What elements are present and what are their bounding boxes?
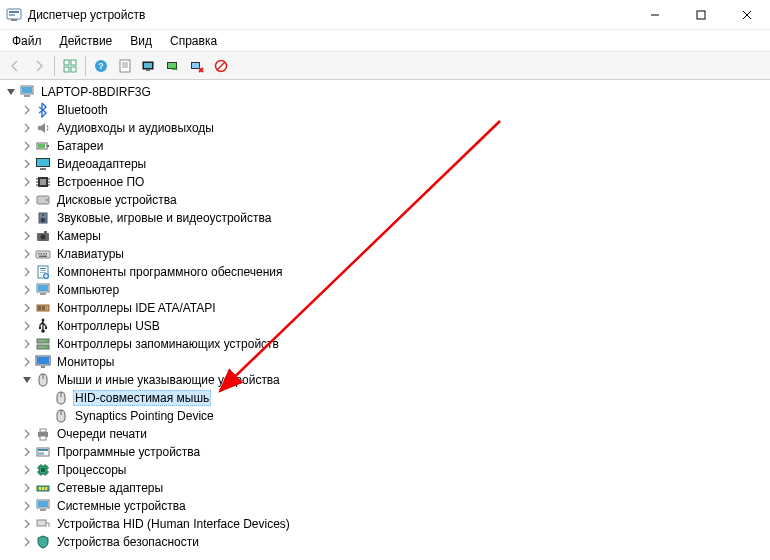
- keyboard-icon: [35, 246, 51, 262]
- tree-item-n6[interactable]: Звуковые, игровые и видеоустройства: [20, 209, 770, 227]
- tree-item-n15b[interactable]: Synaptics Pointing Device: [38, 407, 770, 425]
- svg-rect-68: [38, 306, 41, 310]
- maximize-button[interactable]: [678, 0, 724, 30]
- sound-icon: [35, 210, 51, 226]
- tree-item-label: Процессоры: [55, 462, 129, 478]
- expand-icon[interactable]: [20, 211, 34, 225]
- svg-rect-60: [40, 268, 46, 269]
- svg-rect-3: [11, 19, 17, 21]
- svg-rect-11: [71, 67, 76, 72]
- tree-item-n15[interactable]: Мыши и иные указывающие устройства: [20, 371, 770, 389]
- tree-item-label: Контроллеры IDE ATA/ATAPI: [55, 300, 218, 316]
- svg-rect-89: [38, 452, 44, 455]
- tree-item-label: Сетевые адаптеры: [55, 480, 165, 496]
- expand-icon[interactable]: [20, 445, 34, 459]
- tree-item-n4[interactable]: Встроенное ПО: [20, 173, 770, 191]
- svg-point-70: [42, 319, 45, 322]
- tree-item-n12[interactable]: Контроллеры USB: [20, 317, 770, 335]
- tree-item-n16[interactable]: Очереди печати: [20, 425, 770, 443]
- expand-icon[interactable]: [20, 463, 34, 477]
- svg-rect-85: [40, 429, 46, 432]
- minimize-button[interactable]: [632, 0, 678, 30]
- expand-icon[interactable]: [20, 337, 34, 351]
- expand-icon[interactable]: [20, 247, 34, 261]
- tree-item-n0[interactable]: Bluetooth: [20, 101, 770, 119]
- scan-hardware-button[interactable]: [138, 55, 160, 77]
- forward-button[interactable]: [28, 55, 50, 77]
- svg-rect-5: [697, 11, 705, 19]
- tree-item-n15a[interactable]: HID-совместимая мышь: [38, 389, 770, 407]
- svg-rect-57: [46, 253, 48, 255]
- uninstall-button[interactable]: [186, 55, 208, 77]
- expand-icon[interactable]: [20, 535, 34, 549]
- back-button[interactable]: [4, 55, 26, 77]
- svg-rect-30: [24, 95, 30, 97]
- svg-rect-61: [40, 270, 46, 271]
- tree-item-n22[interactable]: Устройства безопасности: [20, 533, 770, 551]
- window-controls: [632, 0, 770, 30]
- expand-icon[interactable]: [20, 121, 34, 135]
- device-tree-panel[interactable]: LAPTOP-8BDIRF3G BluetoothАудиовходы и ау…: [0, 80, 770, 560]
- svg-text:?: ?: [98, 61, 104, 71]
- tree-item-n11[interactable]: Контроллеры IDE ATA/ATAPI: [20, 299, 770, 317]
- expand-icon[interactable]: [20, 499, 34, 513]
- svg-point-73: [41, 329, 45, 333]
- expand-icon[interactable]: [20, 175, 34, 189]
- svg-rect-65: [38, 285, 48, 291]
- expand-icon[interactable]: [20, 139, 34, 153]
- system-icon: [35, 498, 51, 514]
- svg-rect-20: [146, 69, 150, 71]
- menu-help[interactable]: Справка: [162, 32, 225, 50]
- expand-icon[interactable]: [20, 193, 34, 207]
- tree-item-n8[interactable]: Клавиатуры: [20, 245, 770, 263]
- collapse-icon[interactable]: [20, 373, 34, 387]
- expand-icon[interactable]: [20, 157, 34, 171]
- tree-item-n19[interactable]: Сетевые адаптеры: [20, 479, 770, 497]
- disable-button[interactable]: [210, 55, 232, 77]
- tree-item-n10[interactable]: Компьютер: [20, 281, 770, 299]
- tree-item-n20[interactable]: Системные устройства: [20, 497, 770, 515]
- disk-icon: [35, 192, 51, 208]
- expand-icon[interactable]: [20, 301, 34, 315]
- expand-icon[interactable]: [20, 103, 34, 117]
- svg-rect-71: [39, 327, 41, 329]
- tree-item-n18[interactable]: Процессоры: [20, 461, 770, 479]
- svg-rect-29: [22, 87, 32, 93]
- update-driver-button[interactable]: [162, 55, 184, 77]
- expand-icon[interactable]: [20, 229, 34, 243]
- computer-icon: [35, 282, 51, 298]
- tree-item-n5[interactable]: Дисковые устройства: [20, 191, 770, 209]
- show-all-button[interactable]: [59, 55, 81, 77]
- close-button[interactable]: [724, 0, 770, 30]
- tree-item-n13[interactable]: Контроллеры запоминающих устройств: [20, 335, 770, 353]
- expand-icon[interactable]: [20, 319, 34, 333]
- expand-icon[interactable]: [4, 85, 18, 99]
- tree-item-n2[interactable]: Батареи: [20, 137, 770, 155]
- tree-item-n21[interactable]: Устройства HID (Human Interface Devices): [20, 515, 770, 533]
- tree-item-n3[interactable]: Видеоадаптеры: [20, 155, 770, 173]
- expand-icon[interactable]: [20, 427, 34, 441]
- tree-item-label: Клавиатуры: [55, 246, 126, 262]
- menu-action[interactable]: Действие: [52, 32, 121, 50]
- tree-item-n7[interactable]: Камеры: [20, 227, 770, 245]
- tree-item-label: Программные устройства: [55, 444, 202, 460]
- tree-root-label: LAPTOP-8BDIRF3G: [39, 84, 153, 100]
- properties-button[interactable]: [114, 55, 136, 77]
- expand-icon[interactable]: [20, 517, 34, 531]
- expand-icon: [38, 409, 52, 423]
- svg-rect-55: [41, 253, 43, 255]
- toolbar-separator: [54, 56, 55, 76]
- expand-icon[interactable]: [20, 265, 34, 279]
- expand-icon[interactable]: [20, 355, 34, 369]
- tree-item-n9[interactable]: Компоненты программного обеспечения: [20, 263, 770, 281]
- expand-icon[interactable]: [20, 481, 34, 495]
- computer-icon: [19, 84, 35, 100]
- tree-item-n17[interactable]: Программные устройства: [20, 443, 770, 461]
- tree-item-n14[interactable]: Мониторы: [20, 353, 770, 371]
- menu-file[interactable]: Файл: [4, 32, 50, 50]
- tree-item-n1[interactable]: Аудиовходы и аудиовыходы: [20, 119, 770, 137]
- tree-root[interactable]: LAPTOP-8BDIRF3G: [2, 83, 770, 101]
- expand-icon[interactable]: [20, 283, 34, 297]
- help-button[interactable]: ?: [90, 55, 112, 77]
- menu-view[interactable]: Вид: [122, 32, 160, 50]
